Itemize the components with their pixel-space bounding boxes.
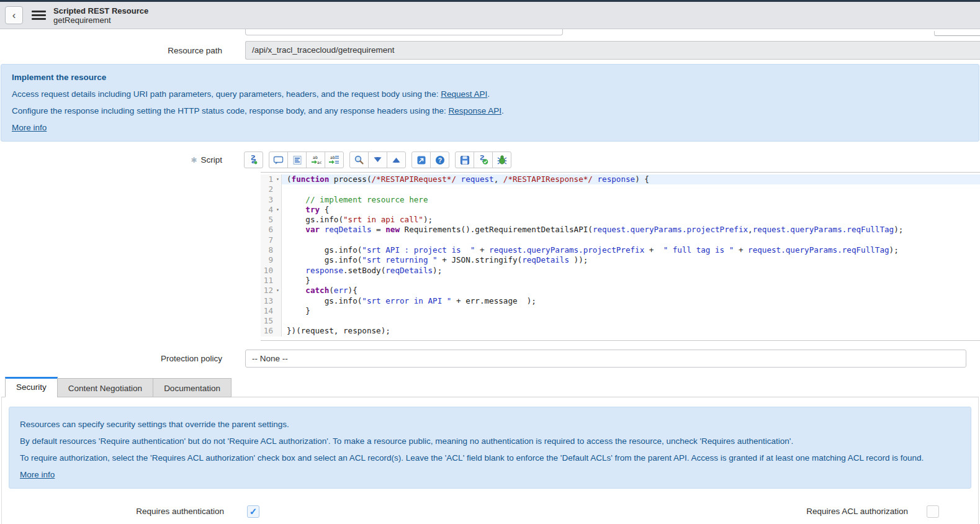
checkmark-icon: ✓ xyxy=(249,507,258,516)
code-line[interactable]: 4▾ try { xyxy=(261,205,980,215)
debug-button[interactable] xyxy=(492,151,511,168)
request-api-link[interactable]: Request API xyxy=(441,89,487,99)
requires-acl-authorization-checkbox[interactable] xyxy=(927,505,939,518)
tab-strip: SecurityContent NegotiationDocumentation xyxy=(5,378,980,397)
toggle-comment-icon xyxy=(273,155,284,165)
security-info-box: Resources can specify security settings … xyxy=(9,407,971,489)
line-number-gutter[interactable]: 15 xyxy=(261,316,282,326)
tab-content-negotiation[interactable]: Content Negotiation xyxy=(57,378,153,397)
syntax-check-button[interactable] xyxy=(474,151,493,168)
resource-path-input[interactable]: /api/x_tracl_tracecloud/getrequirement xyxy=(245,41,980,60)
checkbox-row: Requires authentication ✓ Requires ACL a… xyxy=(2,505,978,518)
record-name-subtitle: getRequirement xyxy=(53,16,148,25)
fold-toggle-icon[interactable]: ▾ xyxy=(274,174,281,184)
line-number-gutter[interactable]: 12▾ xyxy=(261,286,282,296)
replace-button[interactable]: abac xyxy=(306,151,325,168)
fold-toggle-icon[interactable]: ▾ xyxy=(274,205,281,215)
format-code-button[interactable] xyxy=(287,151,307,168)
form-top-area: Resource path /api/x_tracl_tracecloud/ge… xyxy=(0,29,980,64)
implement-resource-info-box: Implement the resource Access request de… xyxy=(1,64,979,142)
code-line[interactable]: 9 gs.info("srt returning " + JSON.string… xyxy=(261,255,980,265)
line-number-gutter[interactable]: 4▾ xyxy=(261,205,282,215)
open-in-new-window-icon xyxy=(416,155,426,165)
protection-policy-label: Protection policy xyxy=(0,354,222,363)
line-number-gutter[interactable]: 7 xyxy=(261,235,282,245)
script-section: ✱Script abacab? 1▾(function process(/*RE… xyxy=(0,151,980,341)
requires-authentication-checkbox[interactable]: ✓ xyxy=(247,505,259,518)
code-line[interactable]: 6 var reqDetails = new Requirements().ge… xyxy=(261,225,980,235)
code-line[interactable]: 3 // implement resource here xyxy=(261,195,980,205)
script-code-editor[interactable]: 1▾(function process(/*RESTAPIRequest*/ r… xyxy=(261,172,980,341)
macro-button[interactable] xyxy=(244,151,263,168)
tab-security[interactable]: Security xyxy=(5,377,58,397)
line-number-gutter[interactable]: 2 xyxy=(261,184,282,194)
requires-authentication-label: Requires authentication xyxy=(2,507,224,516)
script-label: Script xyxy=(200,155,222,165)
line-number-gutter[interactable]: 9 xyxy=(261,255,282,265)
code-line[interactable]: 15 xyxy=(261,316,980,326)
line-number-gutter[interactable]: 16 xyxy=(261,326,282,336)
code-line[interactable]: 1▾(function process(/*RESTAPIRequest*/ r… xyxy=(261,174,980,184)
security-more-info-link[interactable]: More info xyxy=(20,470,55,479)
save-button[interactable] xyxy=(455,151,474,168)
partial-field-above-right[interactable] xyxy=(934,31,980,36)
debug-icon xyxy=(497,155,508,165)
mandatory-field-icon: ✱ xyxy=(191,156,197,165)
find-next-icon xyxy=(373,156,382,163)
find-previous-button[interactable] xyxy=(387,151,406,168)
line-number-gutter[interactable]: 1▾ xyxy=(261,174,282,184)
save-icon xyxy=(460,155,470,165)
line-number-gutter[interactable]: 10 xyxy=(261,266,282,276)
code-line[interactable]: 8 gs.info("srt API : project is " + requ… xyxy=(261,245,980,255)
code-line[interactable]: 10 response.setBody(reqDetails); xyxy=(261,266,980,276)
back-button[interactable]: ‹ xyxy=(5,6,23,24)
response-api-link[interactable]: Response API xyxy=(448,106,501,115)
code-line[interactable]: 14 } xyxy=(261,306,980,316)
tab-documentation[interactable]: Documentation xyxy=(153,378,232,397)
search-icon xyxy=(354,155,364,165)
resource-path-row: Resource path /api/x_tracl_tracecloud/ge… xyxy=(0,41,980,60)
line-number-gutter[interactable]: 5 xyxy=(261,215,282,225)
line-number-gutter[interactable]: 8 xyxy=(261,245,282,255)
replace-all-icon: ab xyxy=(328,155,340,165)
requires-acl-authorization-label: Requires ACL authorization xyxy=(806,507,908,516)
line-number-gutter[interactable]: 11 xyxy=(261,276,282,286)
code-line[interactable]: 16})(request, response); xyxy=(261,326,980,336)
protection-policy-select[interactable]: -- None -- xyxy=(245,350,966,368)
line-number-gutter[interactable]: 6 xyxy=(261,225,282,235)
code-line[interactable]: 2 xyxy=(261,184,980,194)
syntax-check-icon xyxy=(478,155,489,165)
info-box-title: Implement the resource xyxy=(12,73,968,83)
help-button[interactable]: ? xyxy=(430,151,449,168)
tabs-area: SecurityContent NegotiationDocumentation… xyxy=(0,378,980,524)
svg-text:ab: ab xyxy=(330,155,335,160)
security-info-lines: Resources can specify security settings … xyxy=(20,420,960,463)
code-line[interactable]: 7 xyxy=(261,235,980,245)
code-line[interactable]: 11 } xyxy=(261,276,980,286)
code-line[interactable]: 13 gs.info("srt error in API " + err.mes… xyxy=(261,296,980,306)
line-number-gutter[interactable]: 13 xyxy=(261,296,282,306)
form-header: ‹ Scripted REST Resource getRequirement xyxy=(0,2,980,29)
search-button[interactable] xyxy=(349,151,369,168)
toggle-comment-button[interactable] xyxy=(269,151,288,168)
context-menu-icon[interactable] xyxy=(32,9,46,22)
line-number-gutter[interactable]: 3 xyxy=(261,195,282,205)
find-previous-icon xyxy=(392,156,401,163)
more-info-link[interactable]: More info xyxy=(12,123,47,132)
help-icon: ? xyxy=(435,155,445,165)
line-number-gutter[interactable]: 14 xyxy=(261,306,282,316)
record-type-title: Scripted REST Resource xyxy=(53,6,148,16)
open-in-new-window-button[interactable] xyxy=(411,151,431,168)
replace-all-button[interactable]: ab xyxy=(325,151,344,168)
resource-path-label: Resource path xyxy=(0,46,222,55)
code-line[interactable]: 12▾ catch(err){ xyxy=(261,286,980,296)
svg-text:ac: ac xyxy=(317,160,321,165)
code-line[interactable]: 5 gs.info("srt in api call"); xyxy=(261,215,980,225)
partial-field-above[interactable] xyxy=(245,29,563,35)
replace-icon: abac xyxy=(310,155,321,165)
macro-icon xyxy=(248,155,259,165)
script-toolbar: abacab? xyxy=(244,151,511,168)
security-tab-panel: Resources can specify security settings … xyxy=(1,397,979,524)
find-next-button[interactable] xyxy=(368,151,387,168)
fold-toggle-icon[interactable]: ▾ xyxy=(274,286,281,296)
